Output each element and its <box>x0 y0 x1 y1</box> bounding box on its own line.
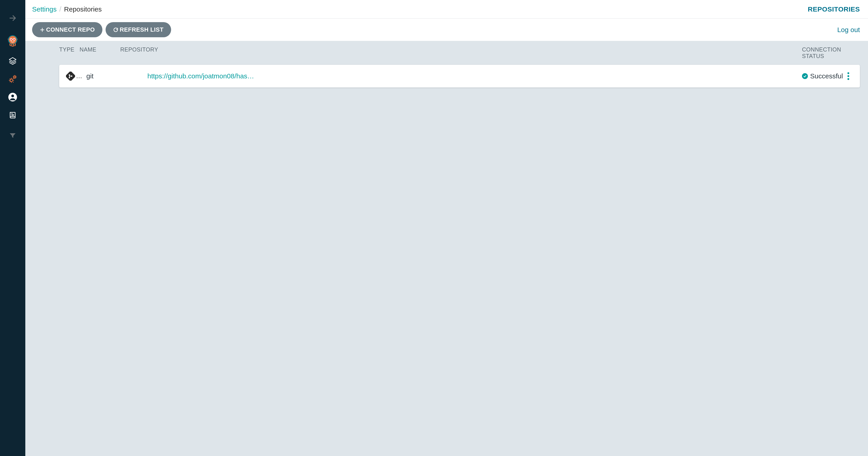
logout-link[interactable]: Log out <box>837 26 860 34</box>
layers-icon <box>8 57 17 65</box>
svg-point-6 <box>13 39 15 40</box>
breadcrumb-separator: / <box>59 5 61 13</box>
breadcrumb-settings-link[interactable]: Settings <box>32 5 57 13</box>
expand-sidebar-button[interactable] <box>6 11 20 25</box>
action-buttons: CONNECT REPO REFRESH LIST <box>32 22 171 37</box>
row-type: … <box>66 72 86 80</box>
argo-logo[interactable] <box>6 34 20 47</box>
connect-repo-button[interactable]: CONNECT REPO <box>32 22 102 37</box>
breadcrumb-current: Repositories <box>64 5 102 13</box>
svg-marker-7 <box>9 58 16 61</box>
table-header: TYPE NAME REPOSITORY CONNECTION STATUS <box>32 41 860 65</box>
col-header-type: TYPE <box>59 46 80 53</box>
git-icon <box>66 72 75 80</box>
svg-point-9 <box>14 76 16 78</box>
col-header-status: CONNECTION STATUS <box>802 46 852 59</box>
page-title: REPOSITORIES <box>808 5 860 13</box>
sidebar-item-user[interactable] <box>6 90 20 104</box>
arrow-right-icon <box>8 14 17 22</box>
breadcrumb-row: Settings / Repositories REPOSITORIES <box>25 0 868 18</box>
sidebar <box>0 0 25 456</box>
breadcrumb: Settings / Repositories <box>32 5 102 13</box>
svg-point-8 <box>10 79 13 82</box>
refresh-list-button[interactable]: REFRESH LIST <box>105 22 171 37</box>
plus-icon <box>40 27 45 32</box>
row-repository-link[interactable]: https://github.com/joatmon08/has… <box>147 72 802 80</box>
svg-point-11 <box>11 95 14 97</box>
row-status-text: Successful <box>810 72 843 80</box>
col-header-name: NAME <box>80 46 120 53</box>
sidebar-item-applications[interactable] <box>6 54 20 68</box>
main-content: Settings / Repositories REPOSITORIES CON… <box>25 0 868 456</box>
refresh-icon <box>113 27 118 32</box>
connect-repo-label: CONNECT REPO <box>46 26 95 33</box>
sidebar-item-filter[interactable] <box>6 129 20 142</box>
status-success-icon <box>802 73 808 79</box>
gears-icon <box>8 74 18 84</box>
row-type-ellipsis: … <box>76 72 82 80</box>
svg-point-5 <box>11 39 12 40</box>
book-icon <box>8 111 17 120</box>
row-status: Successful <box>802 72 845 80</box>
row-actions-menu[interactable] <box>845 72 852 80</box>
row-name: git <box>86 72 147 80</box>
refresh-list-label: REFRESH LIST <box>120 26 163 33</box>
filter-icon <box>9 132 17 139</box>
topbar: Settings / Repositories REPOSITORIES <box>25 0 868 19</box>
col-header-repository: REPOSITORY <box>120 46 802 53</box>
action-row: CONNECT REPO REFRESH LIST Log out <box>25 19 868 41</box>
table-row[interactable]: … git https://github.com/joatmon08/has… … <box>59 65 860 88</box>
dots-vertical-icon <box>847 72 849 80</box>
argo-octopus-icon <box>6 32 20 50</box>
user-circle-icon <box>8 92 18 102</box>
sidebar-item-settings[interactable] <box>6 72 20 86</box>
content-area: TYPE NAME REPOSITORY CONNECTION STATUS …… <box>25 41 868 456</box>
sidebar-item-docs[interactable] <box>6 108 20 122</box>
